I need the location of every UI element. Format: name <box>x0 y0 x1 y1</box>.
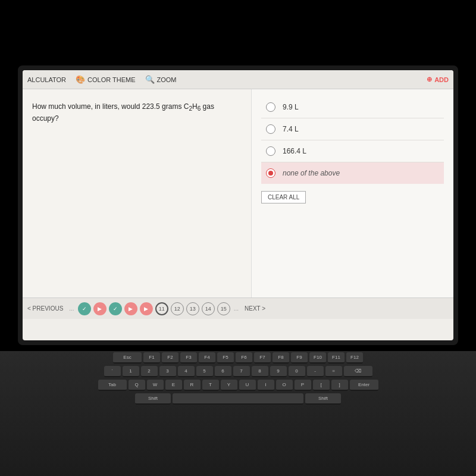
key-tilde[interactable]: ` <box>104 366 121 377</box>
key-f2[interactable]: F2 <box>162 352 178 364</box>
key-f1[interactable]: F1 <box>143 352 160 364</box>
nav-bar: < PREVIOUS ... ✓ ▶ ✓ ▶ ▶ 11 12 13 14 15 … <box>23 298 453 319</box>
key-i[interactable]: I <box>258 380 274 391</box>
key-f10[interactable]: F10 <box>309 352 326 364</box>
color-theme-toolbar-item[interactable]: 🎨 COLOR THEME <box>76 75 135 84</box>
key-6[interactable]: 6 <box>215 366 231 377</box>
answer-option-c[interactable]: 166.4 L <box>261 140 444 162</box>
key-u[interactable]: U <box>239 380 256 391</box>
calculator-label: ALCULATOR <box>27 76 66 83</box>
key-bracket-open[interactable]: [ <box>313 380 330 391</box>
answer-label-c: 166.4 L <box>283 147 306 155</box>
nav-dots-left: ... <box>69 305 74 312</box>
radio-b[interactable] <box>266 124 275 134</box>
add-label: ADD <box>434 76 449 83</box>
add-toolbar-item[interactable]: ⊕ ADD <box>427 76 449 83</box>
keyboard-area: Esc F1 F2 F3 F4 F5 F6 F7 F8 F9 F10 F11 F… <box>0 351 476 476</box>
previous-button[interactable]: < PREVIOUS <box>27 305 63 312</box>
radio-inner-c <box>268 149 273 154</box>
answer-option-b[interactable]: 7.4 L <box>261 118 444 140</box>
key-p[interactable]: P <box>295 380 311 391</box>
key-w[interactable]: W <box>147 380 164 391</box>
key-8[interactable]: 8 <box>252 366 268 377</box>
key-enter[interactable]: Enter <box>350 380 378 391</box>
radio-inner-b <box>268 127 273 131</box>
answer-label-b: 7.4 L <box>283 125 299 133</box>
palette-icon: 🎨 <box>76 75 85 84</box>
radio-a[interactable] <box>266 102 275 112</box>
fn-key-row: Esc F1 F2 F3 F4 F5 F6 F7 F8 F9 F10 F11 F… <box>0 351 476 365</box>
nav-btn-10[interactable]: ▶ <box>140 302 153 315</box>
nav-btn-14[interactable]: 14 <box>202 302 215 315</box>
key-0[interactable]: 0 <box>289 366 305 377</box>
toolbar: ALCULATOR 🎨 COLOR THEME 🔍 ZOOM ⊕ ADD <box>23 70 453 89</box>
radio-inner-a <box>268 105 273 109</box>
key-minus[interactable]: - <box>307 366 324 377</box>
nav-dots-right: ... <box>234 305 239 312</box>
key-f12[interactable]: F12 <box>346 352 363 364</box>
radio-d[interactable] <box>266 168 275 178</box>
answer-option-d[interactable]: none of the above <box>261 162 444 184</box>
nav-btn-12[interactable]: 12 <box>171 302 184 315</box>
radio-inner-d <box>268 171 273 176</box>
nav-btn-13[interactable]: 13 <box>186 302 199 315</box>
key-2[interactable]: 2 <box>141 366 158 377</box>
key-f11[interactable]: F11 <box>328 352 345 364</box>
question-area: How much volume, in liters, would 223.5 … <box>23 89 251 319</box>
add-icon: ⊕ <box>427 76 432 83</box>
clear-all-button[interactable]: CLEAR ALL <box>261 191 306 203</box>
zoom-label: ZOOM <box>157 76 177 83</box>
key-f7[interactable]: F7 <box>254 352 271 364</box>
key-f6[interactable]: F6 <box>236 352 252 364</box>
next-button[interactable]: NEXT > <box>245 305 265 312</box>
nav-btn-8[interactable]: ✓ <box>109 302 122 315</box>
key-esc[interactable]: Esc <box>113 352 142 364</box>
nav-btn-7[interactable]: ▶ <box>93 302 107 315</box>
key-5[interactable]: 5 <box>196 366 213 377</box>
key-f9[interactable]: F9 <box>291 352 308 364</box>
radio-c[interactable] <box>266 146 275 156</box>
key-y[interactable]: Y <box>221 380 237 391</box>
key-bracket-close[interactable]: ] <box>331 380 348 391</box>
answers-area: 9.9 L 7.4 L 166.4 L <box>251 89 453 319</box>
key-q[interactable]: Q <box>129 380 145 391</box>
answer-label-d: none of the above <box>283 169 340 177</box>
key-7[interactable]: 7 <box>233 366 250 377</box>
key-f8[interactable]: F8 <box>273 352 289 364</box>
key-tab[interactable]: Tab <box>98 380 127 391</box>
zoom-toolbar-item[interactable]: 🔍 ZOOM <box>145 75 177 84</box>
color-theme-label: COLOR THEME <box>87 76 135 83</box>
key-4[interactable]: 4 <box>178 366 195 377</box>
space-row: Shift Shift <box>0 392 476 406</box>
nav-btn-9[interactable]: ▶ <box>124 302 137 315</box>
key-equals[interactable]: = <box>325 366 342 377</box>
key-f3[interactable]: F3 <box>180 352 197 364</box>
qwerty-row: Tab Q W E R T Y U I O P [ ] Enter <box>0 378 476 392</box>
nav-btn-11[interactable]: 11 <box>155 302 168 315</box>
key-space[interactable] <box>173 393 303 405</box>
key-shift-left[interactable]: Shift <box>135 393 171 405</box>
calculator-toolbar-item[interactable]: ALCULATOR <box>27 76 66 83</box>
laptop-outer: ALCULATOR 🎨 COLOR THEME 🔍 ZOOM ⊕ ADD <box>0 0 476 476</box>
question-text: How much volume, in liters, would 223.5 … <box>32 101 242 124</box>
number-key-row: ` 1 2 3 4 5 6 7 8 9 0 - = ⌫ <box>0 365 476 378</box>
key-backspace[interactable]: ⌫ <box>344 366 372 377</box>
content-area: How much volume, in liters, would 223.5 … <box>23 89 453 319</box>
key-r[interactable]: R <box>184 380 201 391</box>
key-3[interactable]: 3 <box>159 366 176 377</box>
answer-option-a[interactable]: 9.9 L <box>261 96 444 118</box>
nav-btn-15[interactable]: 15 <box>217 302 230 315</box>
screen: ALCULATOR 🎨 COLOR THEME 🔍 ZOOM ⊕ ADD <box>23 70 453 340</box>
nav-btn-4[interactable]: ✓ <box>78 302 91 315</box>
key-f4[interactable]: F4 <box>199 352 215 364</box>
key-9[interactable]: 9 <box>270 366 287 377</box>
key-e[interactable]: E <box>165 380 182 391</box>
answer-label-a: 9.9 L <box>283 103 299 111</box>
key-f5[interactable]: F5 <box>217 352 234 364</box>
key-shift-right[interactable]: Shift <box>305 393 341 405</box>
key-1[interactable]: 1 <box>123 366 139 377</box>
screen-bezel: ALCULATOR 🎨 COLOR THEME 🔍 ZOOM ⊕ ADD <box>18 65 458 345</box>
key-o[interactable]: O <box>276 380 293 391</box>
key-t[interactable]: T <box>202 380 219 391</box>
zoom-icon: 🔍 <box>145 75 155 84</box>
